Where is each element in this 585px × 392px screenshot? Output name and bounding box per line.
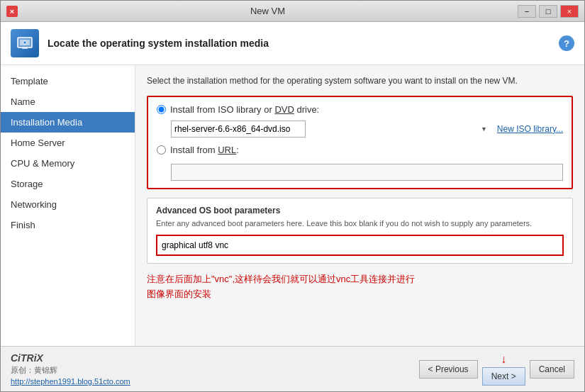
dialog-header: Locate the operating system installation… [1, 22, 584, 65]
main-window: × New VM − □ × Locate the operatin [0, 0, 585, 392]
minimize-button[interactable]: − [518, 5, 536, 18]
maximize-button[interactable]: □ [539, 5, 557, 18]
title-bar-left: × [6, 6, 18, 17]
header-title: Locate the operating system installation… [48, 38, 550, 49]
iso-dropdown-row: rhel-server-6.6-x86_64-dvd.iso New ISO l… [171, 121, 563, 138]
iso-radio-label: Install from ISO library or DVD drive: [170, 104, 319, 115]
dvd-underline: DVD [274, 104, 294, 115]
sidebar-item-cpu-memory[interactable]: CPU & Memory [1, 153, 135, 174]
iso-select[interactable]: rhel-server-6.6-x86_64-dvd.iso [171, 121, 306, 138]
iso-dropdown-wrapper: rhel-server-6.6-x86_64-dvd.iso [171, 121, 491, 138]
sidebar-item-storage[interactable]: Storage [1, 174, 135, 194]
url-radio-label: Install from URL: [170, 145, 239, 155]
previous-button[interactable]: < Previous [419, 360, 478, 379]
author-label: 原创：黄锦辉 [11, 365, 130, 376]
sidebar-item-networking[interactable]: Networking [1, 194, 135, 215]
next-button[interactable]: Next > [482, 367, 525, 386]
sidebar: Template Name Installation Media Home Se… [1, 65, 135, 346]
annotation-line1: 注意在后面加上"vnc",这样待会我们就可以通过vnc工具连接并进行 [147, 272, 573, 287]
next-arrow-indicator: ↓ [501, 353, 506, 366]
install-method-box: Install from ISO library or DVD drive: r… [147, 96, 573, 189]
instruction-text: Select the installation method for the o… [147, 75, 573, 87]
url-input[interactable] [171, 164, 563, 181]
next-wrapper: ↓ Next > [482, 353, 525, 386]
sidebar-item-finish[interactable]: Finish [1, 215, 135, 235]
close-button[interactable]: × [560, 5, 579, 18]
sidebar-item-home-server[interactable]: Home Server [1, 133, 135, 153]
svg-point-2 [23, 41, 27, 45]
annotation-text: 注意在后面加上"vnc",这样待会我们就可以通过vnc工具连接并进行 图像界面的… [147, 272, 573, 302]
window-title: New VM [250, 6, 285, 16]
sidebar-item-name[interactable]: Name [1, 91, 135, 112]
iso-radio-row: Install from ISO library or DVD drive: [157, 104, 563, 115]
annotation-line2: 图像界面的安装 [147, 287, 573, 302]
advanced-input[interactable] [157, 236, 562, 254]
svg-rect-3 [22, 47, 28, 49]
footer-left: CiTRiX 原创：黄锦辉 http://stephen1991.blog.51… [11, 352, 130, 386]
footer-right: < Previous ↓ Next > Cancel [419, 353, 574, 386]
cancel-button[interactable]: Cancel [530, 360, 574, 379]
iso-radio[interactable] [157, 105, 166, 114]
site-link[interactable]: http://stephen1991.blog.51cto.com [11, 377, 130, 386]
advanced-section: Advanced OS boot parameters Enter any ad… [147, 198, 573, 264]
advanced-title: Advanced OS boot parameters [156, 206, 564, 215]
content-area: Template Name Installation Media Home Se… [1, 65, 584, 346]
url-underline: URL [218, 145, 236, 155]
title-bar: × New VM − □ × [1, 1, 584, 22]
advanced-desc: Enter any advanced boot parameters here.… [156, 218, 564, 229]
new-iso-link[interactable]: New ISO library... [497, 124, 563, 134]
url-input-row [171, 161, 563, 181]
help-button[interactable]: ? [559, 35, 574, 51]
url-radio-row: Install from URL: [157, 145, 563, 155]
citrix-logo: CiTRiX [11, 352, 130, 364]
advanced-input-wrapper [156, 235, 564, 256]
title-controls: − □ × [518, 5, 579, 18]
footer-bar: CiTRiX 原创：黄锦辉 http://stephen1991.blog.51… [1, 346, 584, 391]
header-icon [11, 29, 39, 57]
sidebar-item-installation-media[interactable]: Installation Media [1, 112, 135, 133]
system-close-icon[interactable]: × [6, 6, 18, 17]
url-radio[interactable] [157, 145, 166, 155]
main-content: Select the installation method for the o… [135, 65, 584, 346]
sidebar-item-template[interactable]: Template [1, 71, 135, 91]
